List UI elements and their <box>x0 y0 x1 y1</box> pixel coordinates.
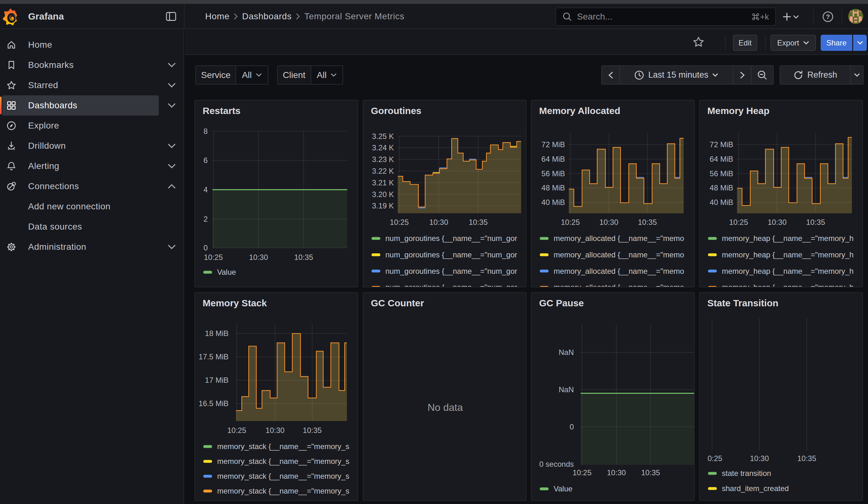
svg-text:0 seconds: 0 seconds <box>539 460 574 468</box>
svg-text:memory_allocated {__name__="me: memory_allocated {__name__="memo <box>554 283 684 287</box>
svg-text:No data: No data <box>427 402 463 413</box>
svg-text:10:30: 10:30 <box>607 468 626 477</box>
svg-text:memory_stack {__name__="memory: memory_stack {__name__="memory_s <box>217 472 349 480</box>
svg-text:memory_stack {__name__="memory: memory_stack {__name__="memory_s <box>217 442 349 451</box>
svg-text:10:35: 10:35 <box>303 426 322 434</box>
svg-text:10:25: 10:25 <box>561 218 580 226</box>
svg-text:56 MiB: 56 MiB <box>541 169 565 178</box>
svg-text:40 MiB: 40 MiB <box>541 198 565 207</box>
svg-text:3.21 K: 3.21 K <box>372 178 394 187</box>
svg-text:10:30: 10:30 <box>429 218 448 226</box>
svg-text:10:25: 10:25 <box>204 253 223 261</box>
svg-text:num_goroutines {__name__="num_: num_goroutines {__name__="num_gor <box>385 234 517 243</box>
svg-text:48 MiB: 48 MiB <box>710 184 733 192</box>
svg-text:memory_heap {__name__="memory_: memory_heap {__name__="memory_h <box>722 267 854 275</box>
svg-text:10:25: 10:25 <box>390 218 409 226</box>
svg-text:6: 6 <box>204 156 208 165</box>
svg-text:Value: Value <box>217 268 236 276</box>
svg-text:10:30: 10:30 <box>599 218 618 226</box>
svg-text:17 MiB: 17 MiB <box>205 376 228 384</box>
svg-text:56 MiB: 56 MiB <box>710 169 733 178</box>
svg-text:3.20 K: 3.20 K <box>372 190 394 199</box>
svg-text:8: 8 <box>204 127 208 135</box>
svg-text:memory_stack {__name__="memory: memory_stack {__name__="memory_s <box>217 457 349 465</box>
svg-text:3.19 K: 3.19 K <box>372 202 394 210</box>
svg-text:10:35: 10:35 <box>638 218 657 226</box>
svg-text:10:30: 10:30 <box>750 454 769 463</box>
svg-text:num_goroutines {__name__="num_: num_goroutines {__name__="num_gor <box>385 283 517 287</box>
svg-text:num_goroutines {__name__="num_: num_goroutines {__name__="num_gor <box>385 267 517 275</box>
svg-text:10:25: 10:25 <box>227 426 246 434</box>
svg-text:4: 4 <box>204 185 208 194</box>
svg-text:10:35: 10:35 <box>797 454 816 463</box>
svg-text:memory_allocated {__name__="me: memory_allocated {__name__="memo <box>554 234 684 243</box>
svg-text:memory_allocated {__name__="me: memory_allocated {__name__="memo <box>554 250 684 259</box>
svg-text:3.24 K: 3.24 K <box>372 143 394 152</box>
svg-text:10:30: 10:30 <box>249 253 268 261</box>
svg-text:memory_heap {__name__="memory_: memory_heap {__name__="memory_h <box>722 283 854 287</box>
svg-text:72 MiB: 72 MiB <box>710 140 733 149</box>
svg-text:64 MiB: 64 MiB <box>541 155 565 163</box>
svg-text:0: 0 <box>570 422 574 431</box>
svg-text:10:35: 10:35 <box>469 218 488 226</box>
svg-text:17.5 MiB: 17.5 MiB <box>198 352 228 361</box>
svg-text:64 MiB: 64 MiB <box>710 155 733 163</box>
svg-text:10:30: 10:30 <box>266 426 285 434</box>
svg-text:48 MiB: 48 MiB <box>541 184 565 192</box>
svg-text:num_goroutines {__name__="num_: num_goroutines {__name__="num_gor <box>385 250 517 259</box>
svg-text:Value: Value <box>554 484 572 493</box>
svg-text:state transition: state transition <box>722 469 771 477</box>
svg-text:10:35: 10:35 <box>806 218 825 226</box>
svg-text:memory_heap {__name__="memory_: memory_heap {__name__="memory_h <box>722 234 854 243</box>
svg-text:?: ? <box>826 13 830 20</box>
svg-text:NaN: NaN <box>559 348 574 357</box>
svg-text:shard_item_created: shard_item_created <box>722 484 789 493</box>
svg-text:72 MiB: 72 MiB <box>541 140 565 149</box>
svg-text:16.5 MiB: 16.5 MiB <box>198 399 228 408</box>
svg-text:10:25: 10:25 <box>729 218 748 226</box>
svg-text:10:25: 10:25 <box>572 468 591 477</box>
svg-text:10:30: 10:30 <box>768 218 787 226</box>
svg-text:NaN: NaN <box>559 385 574 394</box>
svg-text:2: 2 <box>204 215 208 223</box>
svg-text:3.23 K: 3.23 K <box>372 155 394 164</box>
svg-text:3.22 K: 3.22 K <box>372 167 394 175</box>
svg-text:10:35: 10:35 <box>294 253 313 261</box>
svg-text:memory_heap {__name__="memory_: memory_heap {__name__="memory_h <box>722 250 854 259</box>
svg-text:0:25: 0:25 <box>707 454 723 463</box>
svg-text:memory_allocated {__name__="me: memory_allocated {__name__="memo <box>554 267 684 275</box>
svg-text:10:35: 10:35 <box>641 468 660 477</box>
svg-text:0: 0 <box>204 244 208 252</box>
svg-text:3.25 K: 3.25 K <box>372 132 394 141</box>
svg-text:memory_stack {__name__="memory: memory_stack {__name__="memory_s <box>217 487 349 495</box>
svg-text:18 MiB: 18 MiB <box>205 329 228 338</box>
svg-text:40 MiB: 40 MiB <box>710 198 733 207</box>
